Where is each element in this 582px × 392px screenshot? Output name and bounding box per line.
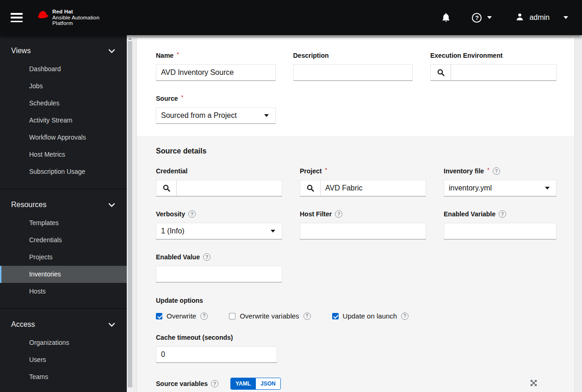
json-mode-button[interactable]: JSON: [255, 378, 280, 389]
help-icon[interactable]: ?: [472, 13, 482, 23]
inventory-file-field-group: Inventory file * ? inventory.yml: [444, 167, 557, 196]
required-asterisk: *: [181, 94, 183, 101]
overwrite-label: Overwrite: [167, 312, 196, 320]
execution-environment-input[interactable]: [451, 65, 556, 80]
sidebar-item-organizations[interactable]: Organizations: [0, 334, 127, 351]
verbosity-field-group: Verbosity ? 1 (Info): [156, 210, 282, 239]
cache-timeout-input[interactable]: [156, 346, 277, 363]
host-filter-input[interactable]: [300, 223, 426, 239]
overwrite-option: Overwrite ?: [156, 312, 208, 320]
brand-logo: Red Hat Ansible Automation Platform: [37, 9, 99, 26]
sidebar-item-teams[interactable]: Teams: [0, 368, 127, 386]
sidebar-item-dashboard[interactable]: Dashboard: [0, 61, 127, 78]
form-section-source-details: Source details Credential: [137, 136, 574, 392]
execution-environment-label: Execution Environment: [430, 52, 502, 59]
chevron-down-icon: [109, 203, 115, 207]
scrollbar-thumb[interactable]: [128, 41, 132, 387]
sidebar-item-templates[interactable]: Templates: [0, 214, 127, 232]
nav-toggle-hamburger-icon[interactable]: [11, 13, 23, 22]
name-label: Name: [156, 52, 173, 59]
sidebar-item-jobs[interactable]: Jobs: [0, 78, 127, 95]
sidebar-group-resources-label: Resources: [11, 201, 46, 209]
sidebar: Views Dashboard Jobs Schedules Activity …: [0, 35, 127, 392]
overwrite-checkbox[interactable]: [156, 313, 162, 319]
sidebar-group-access: Access Organizations Users Teams: [0, 308, 127, 392]
enabled-variable-input[interactable]: [444, 223, 557, 239]
search-icon: [307, 184, 314, 192]
update-options-group: Update options Overwrite ? Overwrite var…: [156, 296, 557, 320]
overwrite-help-icon[interactable]: ?: [200, 312, 208, 320]
required-asterisk: *: [325, 167, 327, 173]
sidebar-group-access-header[interactable]: Access: [0, 320, 127, 329]
sidebar-item-activity-stream[interactable]: Activity Stream: [0, 112, 127, 129]
sidebar-group-views: Views Dashboard Jobs Schedules Activity …: [0, 35, 127, 189]
user-menu[interactable]: admin: [516, 13, 568, 23]
sidebar-item-credentials[interactable]: Credentials: [0, 232, 127, 249]
sidebar-item-schedules[interactable]: Schedules: [0, 95, 127, 112]
sidebar-group-resources-header[interactable]: Resources: [0, 201, 127, 209]
caret-down-icon: [545, 187, 550, 190]
update-on-launch-help-icon[interactable]: ?: [401, 312, 409, 320]
source-select[interactable]: Sourced from a Project: [156, 107, 276, 124]
caret-down-icon: [271, 230, 275, 233]
cache-timeout-label: Cache timeout (seconds): [156, 334, 233, 341]
overwrite-variables-help-icon[interactable]: ?: [303, 312, 311, 320]
sidebar-item-host-metrics[interactable]: Host Metrics: [0, 146, 127, 163]
sidebar-item-workflow-approvals[interactable]: Workflow Approvals: [0, 129, 127, 146]
sidebar-item-inventories[interactable]: Inventories: [0, 266, 127, 283]
host-filter-help-icon[interactable]: ?: [335, 210, 342, 218]
verbosity-select-value: 1 (Info): [161, 227, 185, 235]
sidebar-group-views-header[interactable]: Views: [0, 47, 127, 55]
verbosity-select[interactable]: 1 (Info): [156, 223, 282, 239]
sidebar-scrollbar[interactable]: [127, 35, 133, 392]
update-on-launch-option: Update on launch ?: [332, 312, 409, 320]
chevron-down-icon: [109, 49, 115, 53]
enabled-value-help-icon[interactable]: ?: [203, 253, 211, 261]
notifications-bell-icon[interactable]: [441, 12, 451, 23]
update-on-launch-checkbox[interactable]: [332, 313, 339, 319]
project-input[interactable]: [321, 180, 426, 196]
user-dropdown-caret-icon[interactable]: [563, 16, 568, 19]
description-label: Description: [293, 52, 329, 59]
name-field-group: Name *: [156, 52, 276, 81]
description-field-group: Description: [293, 52, 413, 81]
required-asterisk: *: [177, 51, 179, 58]
expand-editor-button[interactable]: [530, 380, 537, 388]
enabled-variable-help-icon[interactable]: ?: [499, 210, 506, 218]
sidebar-item-hosts[interactable]: Hosts: [0, 283, 127, 300]
name-input[interactable]: [156, 64, 276, 81]
credential-field-group: Credential: [156, 167, 282, 196]
user-name: admin: [529, 13, 550, 22]
overwrite-variables-checkbox[interactable]: [229, 313, 235, 319]
verbosity-label: Verbosity: [156, 210, 185, 218]
execution-environment-search-button[interactable]: [431, 65, 451, 80]
project-label: Project: [300, 167, 322, 175]
chevron-down-icon: [109, 323, 115, 327]
project-field-group: Project *: [300, 167, 426, 196]
inventory-file-label: Inventory file: [444, 167, 484, 175]
description-input[interactable]: [293, 64, 413, 81]
scrollbar-up-arrow-icon[interactable]: [128, 37, 132, 40]
caret-down-icon: [264, 114, 269, 117]
source-variables-help-icon[interactable]: ?: [211, 380, 218, 387]
sidebar-item-users[interactable]: Users: [0, 351, 127, 368]
project-search-button[interactable]: [300, 180, 321, 196]
help-dropdown-caret-icon[interactable]: [487, 16, 492, 19]
source-variables-mode-toggle: YAML JSON: [230, 378, 281, 390]
credential-search-button[interactable]: [156, 180, 177, 196]
enabled-variable-field-group: Enabled Variable ?: [444, 210, 557, 239]
sidebar-item-projects[interactable]: Projects: [0, 249, 127, 266]
credential-input[interactable]: [177, 180, 282, 196]
inventory-file-select[interactable]: inventory.yml: [444, 180, 557, 196]
enabled-value-input[interactable]: [156, 266, 282, 282]
overwrite-variables-option: Overwrite variables ?: [229, 312, 310, 320]
update-on-launch-label: Update on launch: [343, 312, 397, 320]
form-section-main: Name * Description Execution Environ: [137, 38, 574, 136]
execution-environment-field-group: Execution Environment: [430, 52, 557, 81]
source-label: Source: [156, 95, 178, 102]
update-options-label: Update options: [156, 297, 203, 304]
verbosity-help-icon[interactable]: ?: [188, 210, 196, 218]
sidebar-item-subscription-usage[interactable]: Subscription Usage: [0, 163, 127, 180]
inventory-file-help-icon[interactable]: ?: [493, 167, 500, 175]
yaml-mode-button[interactable]: YAML: [231, 378, 255, 389]
